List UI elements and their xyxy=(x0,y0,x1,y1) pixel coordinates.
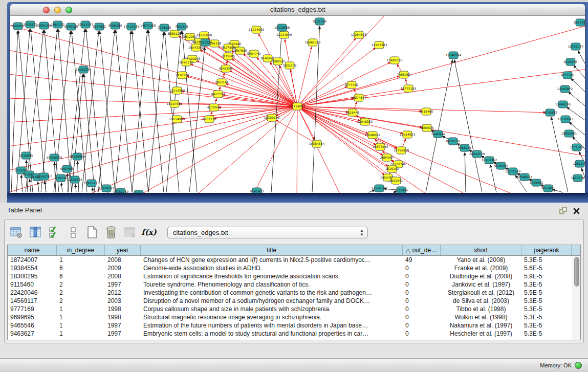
graph-edge[interactable] xyxy=(297,106,553,193)
column-header[interactable]: name xyxy=(8,245,57,255)
graph-node-label: 9358251 xyxy=(458,146,472,149)
table-row[interactable]: 946362711997Embryonic stem cells: a mode… xyxy=(8,330,580,338)
table-row[interactable]: 969969511998Structural magnetic resonanc… xyxy=(8,313,580,321)
graph-edge[interactable] xyxy=(297,38,356,106)
function-builder-button[interactable]: f(x) xyxy=(141,225,157,240)
table-panel-title: Table Panel xyxy=(7,206,42,214)
graph-edge[interactable] xyxy=(10,106,297,174)
graph-node-label: 1077104 xyxy=(571,176,585,180)
graph-edge[interactable] xyxy=(569,92,585,106)
graph-edge[interactable] xyxy=(166,31,181,192)
graph-edge[interactable] xyxy=(45,30,59,192)
graph-edge[interactable] xyxy=(551,117,568,192)
graph-edge[interactable] xyxy=(297,106,384,174)
graph-edge[interactable] xyxy=(92,188,93,192)
select-all-button[interactable] xyxy=(47,225,62,240)
graph-edge[interactable] xyxy=(61,183,62,192)
graph-edge[interactable] xyxy=(454,60,482,192)
float-panel-icon[interactable] xyxy=(559,207,567,216)
graph-edge[interactable] xyxy=(297,106,297,193)
vertical-scrollbar[interactable] xyxy=(573,256,580,340)
graph-edge[interactable] xyxy=(115,31,131,192)
graph-edge[interactable] xyxy=(297,106,376,145)
graph-edge[interactable] xyxy=(31,29,46,192)
table-row[interactable]: 1872400712008Changes of HCN gene express… xyxy=(8,256,580,264)
graph-node-label: 12213363 xyxy=(169,89,185,92)
graph-edge[interactable] xyxy=(21,175,23,192)
table-row[interactable]: 1938455462009Genome-wide association stu… xyxy=(8,264,580,272)
import-table-button xyxy=(122,225,138,240)
table-row[interactable]: 2242004622012Investigating the contribut… xyxy=(8,289,580,297)
show-column-button[interactable] xyxy=(28,225,43,240)
minimize-window-button[interactable] xyxy=(54,7,61,13)
table-row[interactable]: 977716911998Corpus callosum shape and si… xyxy=(8,305,580,313)
table-cell: 0 xyxy=(403,313,441,321)
table-select-combobox[interactable]: citations_edges.txt ▲▼ xyxy=(167,227,368,238)
graph-node-label: 2516065 xyxy=(19,154,33,157)
graph-edge[interactable] xyxy=(98,30,115,192)
graph-edge[interactable] xyxy=(116,30,132,192)
node-table: namein_degreeyeartitle△ out_de…shortpage… xyxy=(7,245,581,340)
graph-edge[interactable] xyxy=(75,184,76,192)
scrollbar-thumb[interactable] xyxy=(574,257,579,287)
graph-edge[interactable] xyxy=(258,34,297,106)
graph-edge[interactable] xyxy=(297,76,399,106)
table-cell: 5.3E-5 xyxy=(521,321,572,330)
graph-edge[interactable] xyxy=(86,29,102,192)
table-row[interactable]: 911546021997Tourette syndrome. Phenomeno… xyxy=(8,280,580,289)
zoom-window-button[interactable] xyxy=(66,7,72,13)
graph-node-label: 10688609 xyxy=(365,133,381,137)
graph-node-label: 2803144 xyxy=(215,80,229,84)
close-window-button[interactable] xyxy=(43,7,50,13)
graph-edge[interactable] xyxy=(26,30,43,192)
table-cell: Yano et al. (2008) xyxy=(441,256,521,264)
graph-edge[interactable] xyxy=(10,106,297,193)
table-row[interactable]: 946554611997Estimation of the future num… xyxy=(8,321,580,330)
table-cell: 2 xyxy=(57,289,105,297)
column-header[interactable]: short xyxy=(441,245,521,255)
network-window-titlebar[interactable]: citations_edges.txt xyxy=(10,4,585,16)
deselect-all-button[interactable] xyxy=(66,225,81,240)
graph-edge[interactable] xyxy=(214,106,297,119)
table-cell: 5.9E-5 xyxy=(521,272,572,280)
graph-node-label: 1145190 xyxy=(54,176,68,180)
graph-edge[interactable] xyxy=(100,31,115,192)
graph-edge[interactable] xyxy=(465,152,466,192)
graph-edge[interactable] xyxy=(368,190,375,192)
graph-edge[interactable] xyxy=(490,165,496,192)
table-cell: Tourette syndrome. Phenomenology and cla… xyxy=(141,280,403,289)
graph-edge[interactable] xyxy=(165,32,179,192)
graph-edge[interactable] xyxy=(578,51,585,63)
table-row[interactable]: 1456911722003Disruption of a novel membe… xyxy=(8,297,580,305)
table-cell: 6 xyxy=(57,264,105,272)
graph-node-label: 1197340 xyxy=(574,20,585,24)
graph-edge[interactable] xyxy=(182,106,297,119)
memory-ok-indicator-icon[interactable] xyxy=(575,362,582,369)
column-header[interactable]: title xyxy=(141,245,403,255)
graph-node-label: 16163362 xyxy=(482,158,497,162)
table-cell: 0 xyxy=(403,280,441,289)
new-table-button[interactable] xyxy=(84,225,100,240)
graph-edge[interactable] xyxy=(553,189,563,192)
network-canvas[interactable]: 1872400788601238912954182260589827509818… xyxy=(10,16,585,193)
graph-node-label: 1615152 xyxy=(385,167,399,170)
table-cell: Franke et al. (2009) xyxy=(441,264,521,272)
graph-edge[interactable] xyxy=(10,98,297,106)
column-header[interactable]: △ out_de… xyxy=(403,245,441,255)
column-header[interactable]: year xyxy=(105,245,141,255)
column-header[interactable]: in_degree xyxy=(57,245,105,255)
graph-edge[interactable] xyxy=(297,16,399,106)
table-row[interactable]: 1830029562008Estimation of significance … xyxy=(8,272,580,280)
close-panel-icon[interactable] xyxy=(573,207,580,216)
graph-edge[interactable] xyxy=(574,65,585,78)
graph-edge[interactable] xyxy=(297,86,347,106)
graph-edge[interactable] xyxy=(571,78,585,92)
table-settings-button[interactable] xyxy=(9,225,24,240)
column-header[interactable]: pagerank xyxy=(521,245,572,255)
graph-edge[interactable] xyxy=(10,106,297,123)
graph-edge[interactable] xyxy=(226,84,297,106)
graph-edge[interactable] xyxy=(187,76,297,106)
graph-edge[interactable] xyxy=(190,64,297,106)
delete-table-button[interactable] xyxy=(103,225,119,240)
graph-node-label: 1832203 xyxy=(283,63,297,67)
